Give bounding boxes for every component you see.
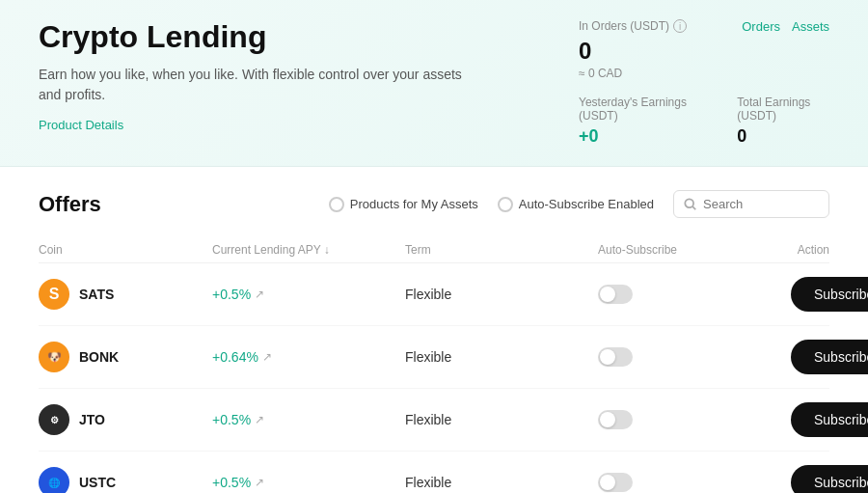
- chart-icon: ↗: [255, 413, 264, 426]
- apy-text: +0.5%: [212, 287, 251, 302]
- table-header: Coin Current Lending APY ↓ Term Auto-Sub…: [39, 237, 829, 263]
- coin-name: USTC: [79, 475, 116, 490]
- search-box[interactable]: [673, 190, 829, 218]
- apy-text: +0.64%: [212, 349, 258, 365]
- product-details-link[interactable]: Product Details: [39, 118, 123, 132]
- info-icon[interactable]: i: [673, 19, 687, 33]
- chart-icon: ↗: [262, 350, 272, 364]
- search-icon: [684, 198, 697, 211]
- col-auto-subscribe: Auto-Subscribe: [598, 243, 791, 257]
- table-row: 🌐 USTC +0.5% ↗ Flexible Subscribe: [39, 452, 829, 493]
- yesterday-earnings-label: Yesterday's Earnings (USDT): [579, 96, 698, 123]
- svg-point-0: [685, 199, 693, 207]
- apy-value: +0.64% ↗: [212, 349, 405, 365]
- term-value: Flexible: [405, 475, 598, 490]
- auto-subscribe-toggle[interactable]: [598, 347, 791, 367]
- toggle-switch[interactable]: [598, 285, 633, 304]
- table-row: 🐶 BONK +0.64% ↗ Flexible Subscribe: [39, 326, 829, 389]
- subscribe-button[interactable]: Subscribe: [791, 277, 868, 312]
- orders-link[interactable]: Orders: [742, 19, 780, 34]
- subscribe-button[interactable]: Subscribe: [791, 402, 868, 437]
- apy-value: +0.5% ↗: [212, 287, 405, 302]
- auto-subscribe-toggle[interactable]: [598, 473, 791, 492]
- coin-cell: 🌐 USTC: [39, 467, 212, 493]
- table-row: ⚙ JTO +0.5% ↗ Flexible Subscribe: [39, 389, 829, 452]
- apy-text: +0.5%: [212, 412, 251, 427]
- chart-icon: ↗: [255, 476, 264, 489]
- header-right-top: In Orders (USDT) i Orders Assets: [579, 19, 829, 34]
- auto-subscribe-toggle[interactable]: [598, 410, 791, 429]
- apy-value: +0.5% ↗: [212, 475, 405, 490]
- coin-name: SATS: [79, 287, 114, 302]
- radio-my-assets[interactable]: [329, 197, 344, 212]
- table-row: S SATS +0.5% ↗ Flexible Subscribe: [39, 263, 829, 326]
- action-cell: Subscribe: [791, 465, 868, 493]
- toggle-switch[interactable]: [598, 347, 633, 367]
- coin-icon-ustc: 🌐: [39, 467, 69, 493]
- filter-my-assets[interactable]: Products for My Assets: [329, 197, 478, 212]
- filter-auto-subscribe[interactable]: Auto-Subscribe Enabled: [498, 197, 654, 212]
- action-cell: Subscribe: [791, 340, 868, 374]
- auto-subscribe-toggle[interactable]: [598, 285, 791, 304]
- col-coin: Coin: [39, 243, 212, 257]
- coin-name: BONK: [79, 349, 119, 365]
- header-section: Crypto Lending Earn how you like, when y…: [0, 0, 868, 167]
- svg-line-1: [692, 206, 695, 209]
- radio-auto-subscribe[interactable]: [498, 197, 513, 212]
- total-earnings-value: 0: [737, 126, 829, 147]
- offers-section: Offers Products for My Assets Auto-Subsc…: [0, 167, 868, 493]
- header-left: Crypto Lending Earn how you like, when y…: [39, 19, 559, 147]
- balance-cad: ≈ 0 CAD: [579, 67, 829, 80]
- coin-icon-sats: S: [39, 279, 69, 310]
- total-earnings-label: Total Earnings (USDT): [737, 96, 829, 123]
- coin-cell: 🐶 BONK: [39, 342, 212, 372]
- apy-text: +0.5%: [212, 475, 251, 490]
- page-title: Crypto Lending: [39, 19, 559, 55]
- total-earnings-item: Total Earnings (USDT) 0: [737, 96, 829, 147]
- filter-my-assets-label: Products for My Assets: [350, 197, 478, 211]
- apy-value: +0.5% ↗: [212, 412, 405, 427]
- chart-icon: ↗: [255, 288, 264, 301]
- in-orders-label: In Orders (USDT) i: [579, 19, 687, 33]
- toggle-switch[interactable]: [598, 410, 633, 429]
- coin-icon-bonk: 🐶: [39, 342, 69, 372]
- header-right: In Orders (USDT) i Orders Assets 0 ≈ 0 C…: [559, 19, 829, 147]
- offers-header: Offers Products for My Assets Auto-Subsc…: [39, 190, 829, 218]
- yesterday-earnings-value: +0: [579, 126, 698, 147]
- col-action: Action: [791, 243, 829, 257]
- subscribe-button[interactable]: Subscribe: [791, 465, 868, 493]
- yesterday-earnings-item: Yesterday's Earnings (USDT) +0: [579, 96, 698, 147]
- page-subtitle: Earn how you like, when you like. With f…: [39, 65, 482, 105]
- coin-name: JTO: [79, 412, 105, 427]
- toggle-switch[interactable]: [598, 473, 633, 492]
- assets-link[interactable]: Assets: [792, 19, 829, 34]
- term-value: Flexible: [405, 349, 598, 365]
- term-value: Flexible: [405, 412, 598, 427]
- action-cell: Subscribe: [791, 277, 868, 312]
- filter-auto-subscribe-label: Auto-Subscribe Enabled: [519, 197, 654, 211]
- subscribe-button[interactable]: Subscribe: [791, 340, 868, 374]
- coin-cell: S SATS: [39, 279, 212, 310]
- col-apy: Current Lending APY ↓: [212, 243, 405, 257]
- table-body: S SATS +0.5% ↗ Flexible Subscribe 🐶 BONK…: [39, 263, 829, 493]
- col-term: Term: [405, 243, 598, 257]
- balance-value: 0: [579, 38, 829, 65]
- action-cell: Subscribe: [791, 402, 868, 437]
- offers-title: Offers: [39, 192, 101, 217]
- earnings-row: Yesterday's Earnings (USDT) +0 Total Ear…: [579, 96, 829, 147]
- orders-assets-links: Orders Assets: [742, 19, 829, 34]
- term-value: Flexible: [405, 287, 598, 302]
- search-input[interactable]: [703, 197, 819, 211]
- coin-icon-jto: ⚙: [39, 404, 69, 435]
- coin-cell: ⚙ JTO: [39, 404, 212, 435]
